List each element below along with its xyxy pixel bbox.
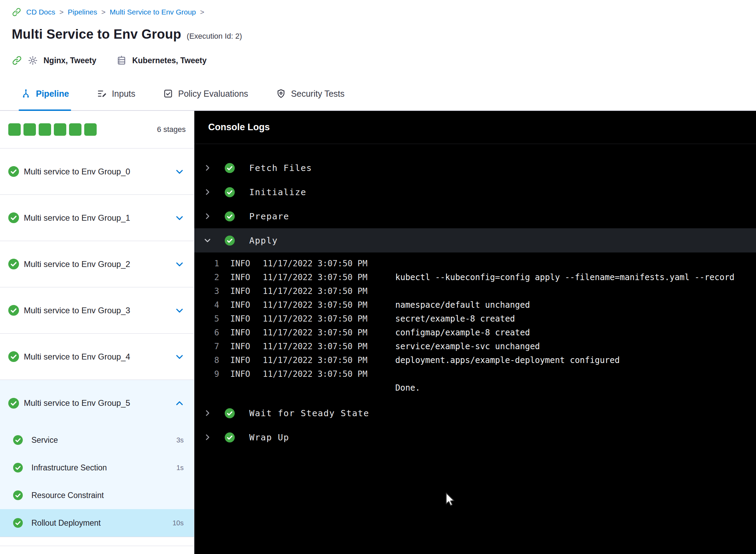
log-line: 4INFO11/17/2022 3:07:50 PMnamespace/defa… (194, 298, 756, 312)
title-row: Multi Service to Env Group (Execution Id… (12, 27, 742, 42)
stage-row-multi-service-to-env-group-4[interactable]: Multi service to Env Group_4 (0, 334, 194, 380)
stage-row-multi-service-to-env-group-5[interactable]: Multi service to Env Group_5 (0, 380, 194, 426)
log-line: 9INFO11/17/2022 3:07:50 PM (194, 367, 756, 381)
stage-progress-square (69, 123, 81, 136)
chevron-right-icon[interactable] (203, 409, 212, 417)
console-panel: Console Logs Fetch FilesInitializePrepar… (194, 111, 756, 554)
breadcrumb-link[interactable]: CD Docs (26, 8, 55, 16)
breadcrumb-link[interactable]: Pipelines (68, 8, 97, 16)
log-line: 2INFO11/17/2022 3:07:50 PMkubectl --kube… (194, 270, 756, 284)
stage-label: Multi service to Env Group_0 (24, 167, 175, 176)
chevron-right-icon[interactable] (203, 433, 212, 441)
content: 6 stages Multi service to Env Group_0Mul… (0, 111, 756, 554)
tab-bar: PipelineInputsPolicy EvaluationsSecurity… (0, 77, 756, 111)
stage-list: Multi service to Env Group_0Multi servic… (0, 149, 194, 554)
success-check-icon (225, 236, 235, 246)
log-line: 5INFO11/17/2022 3:07:50 PMsecret/example… (194, 312, 756, 326)
breadcrumb: CD Docs>Pipelines>Multi Service to Env G… (12, 7, 742, 17)
breadcrumb-separator: > (200, 8, 204, 16)
stage-progress-square (23, 123, 36, 136)
chevron-down-icon[interactable] (175, 213, 184, 223)
success-check-icon (8, 351, 19, 362)
chevron-down-icon[interactable] (203, 236, 212, 245)
step-row-resource-constraint[interactable]: Resource Constraint (0, 481, 194, 509)
console-step-apply[interactable]: Apply (194, 228, 756, 252)
log-line: 1INFO11/17/2022 3:07:50 PM (194, 257, 756, 270)
tab-security-tests[interactable]: Security Tests (276, 77, 345, 110)
chevron-down-icon[interactable] (175, 306, 184, 315)
log-level: INFO (230, 259, 251, 268)
stage-progress-square (39, 123, 51, 136)
stage-group: Multi service to Env Group_4 (0, 334, 194, 380)
console-step-label: Prepare (249, 211, 289, 221)
chevron-right-icon[interactable] (203, 188, 212, 196)
stage-label: Multi service to Env Group_1 (24, 213, 175, 223)
log-level: INFO (230, 355, 251, 365)
console-step-wait-for-steady-state[interactable]: Wait for Steady State (194, 401, 756, 425)
log-message: configmap/example-8 created (395, 328, 530, 337)
stage-label: Multi service to Env Group_2 (24, 259, 175, 269)
stages-count: 6 stages (157, 125, 186, 134)
stage-row-multi-service-to-env-group-3[interactable]: Multi service to Env Group_3 (0, 287, 194, 334)
tab-pipeline[interactable]: Pipeline (21, 77, 69, 110)
tab-label: Pipeline (36, 89, 69, 99)
step-label: Resource Constraint (31, 491, 184, 500)
log-level: INFO (230, 286, 251, 296)
page: CD Docs>Pipelines>Multi Service to Env G… (0, 0, 756, 554)
log-timestamp: 11/17/2022 3:07:50 PM (263, 369, 377, 379)
chevron-up-icon[interactable] (175, 398, 184, 408)
log-timestamp: 11/17/2022 3:07:50 PM (263, 342, 377, 351)
stage-sidebar: 6 stages Multi service to Env Group_0Mul… (0, 111, 194, 554)
breadcrumb-link[interactable]: Multi Service to Env Group (110, 8, 196, 16)
log-timestamp: 11/17/2022 3:07:50 PM (263, 355, 377, 365)
console-step-fetch-files[interactable]: Fetch Files (194, 156, 756, 180)
chevron-down-icon[interactable] (175, 352, 184, 362)
stage-label: Multi service to Env Group_4 (24, 352, 175, 362)
step-row-service[interactable]: Service3s (0, 426, 194, 454)
step-duration: 1s (176, 464, 184, 472)
security-icon (276, 88, 286, 99)
stage-row-multi-service-to-env-group-1[interactable]: Multi service to Env Group_1 (0, 195, 194, 241)
log-timestamp: 11/17/2022 3:07:50 PM (263, 273, 377, 282)
log-line: 6INFO11/17/2022 3:07:50 PMconfigmap/exam… (194, 326, 756, 340)
page-header: CD Docs>Pipelines>Multi Service to Env G… (0, 0, 756, 67)
tab-policy-evaluations[interactable]: Policy Evaluations (163, 77, 248, 110)
stage-group: Multi service to Env Group_5Service3sInf… (0, 380, 194, 537)
step-row-rollout-deployment[interactable]: Rollout Deployment10s (0, 509, 194, 537)
chevron-down-icon[interactable] (175, 167, 184, 176)
step-list: Service3sInfrastructure Section1sResourc… (0, 426, 194, 537)
page-title: Multi Service to Env Group (12, 27, 181, 42)
chevron-right-icon[interactable] (203, 164, 212, 172)
success-check-icon (225, 408, 235, 418)
log-message: secret/example-8 created (395, 314, 515, 324)
stage-group: Multi service to Env Group_3 (0, 287, 194, 334)
chevron-down-icon[interactable] (175, 259, 184, 269)
stage-row-multi-service-to-env-group-2[interactable]: Multi service to Env Group_2 (0, 241, 194, 287)
console-header: Console Logs (194, 111, 756, 144)
stage-row-multi-service-to-env-group-0[interactable]: Multi service to Env Group_0 (0, 149, 194, 195)
chevron-right-icon[interactable] (203, 212, 212, 220)
stage-group: Multi service to Env Group_1 (0, 195, 194, 241)
step-row-infrastructure-section[interactable]: Infrastructure Section1s (0, 454, 194, 481)
stage-progress-square (8, 123, 21, 136)
inputs-icon (97, 88, 107, 99)
log-line-number: 7 (194, 342, 219, 351)
log-timestamp: 11/17/2022 3:07:50 PM (263, 328, 377, 337)
console-step-label: Apply (249, 236, 278, 246)
log-line-number: 2 (194, 273, 219, 282)
log-level: INFO (230, 328, 251, 337)
success-check-icon (8, 212, 19, 223)
success-check-icon (225, 211, 235, 221)
console-step-initialize[interactable]: Initialize (194, 180, 756, 204)
environments-label: Kubernetes, Tweety (132, 56, 207, 65)
log-line-number: 9 (194, 369, 219, 379)
console-step-prepare[interactable]: Prepare (194, 204, 756, 228)
log-level: INFO (230, 314, 251, 324)
tab-inputs[interactable]: Inputs (97, 77, 135, 110)
meta-row: Nginx, Tweety Kubernetes, Tweety (12, 54, 742, 67)
console-step-wrap-up[interactable]: Wrap Up (194, 425, 756, 449)
success-check-icon (8, 305, 19, 316)
stage-label: Multi service to Env Group_5 (24, 398, 175, 408)
success-check-icon (8, 398, 19, 409)
tab-label: Policy Evaluations (178, 89, 248, 99)
